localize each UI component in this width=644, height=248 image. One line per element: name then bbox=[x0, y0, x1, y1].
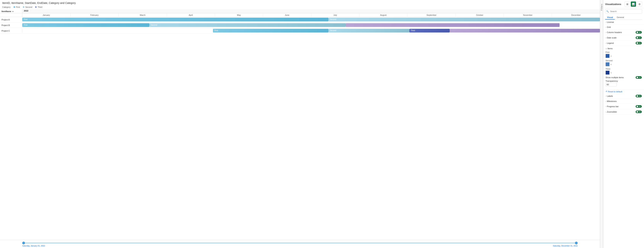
bar-purple-b[interactable] bbox=[346, 23, 560, 27]
legend-second-label: Second bbox=[25, 6, 32, 8]
toggle-zoomslider[interactable]: On bbox=[636, 111, 642, 113]
year-label: 2022 bbox=[22, 9, 600, 13]
slider-line bbox=[25, 243, 575, 243]
chevron-items-down: ∨ bbox=[606, 47, 607, 50]
toggle-labels[interactable]: On bbox=[636, 95, 642, 97]
timeline-slider: Saturday, January 01, 2022 Saturday, Dec… bbox=[0, 240, 600, 248]
row-label-project-a: Project A bbox=[0, 18, 22, 21]
toggle-multiple-dot bbox=[636, 77, 638, 78]
toggle-on-label: On bbox=[638, 31, 641, 33]
item-name-header[interactable]: ItemName ▲ bbox=[0, 9, 22, 13]
row-label-project-b: Project B bbox=[0, 23, 22, 27]
slider-end-date: Saturday, December 31, 2022 bbox=[553, 245, 578, 247]
slider-handle-left[interactable] bbox=[22, 242, 25, 244]
bar-second-a[interactable]: Second bbox=[328, 18, 600, 21]
section-license[interactable]: › License bbox=[603, 20, 644, 25]
toggle-labels-dot bbox=[636, 95, 638, 97]
table-icon-btn[interactable]: ⊞ bbox=[625, 1, 630, 7]
bar-purple-c[interactable] bbox=[450, 29, 600, 32]
month-january: January bbox=[22, 13, 70, 17]
bar-second-b[interactable]: Second bbox=[149, 23, 346, 27]
table-row: Project A First Second bbox=[0, 17, 600, 22]
reset-label: Reset to default bbox=[608, 90, 622, 93]
chart-title: ItemID, ItemName, StartDate, EndDate, Ca… bbox=[0, 0, 600, 5]
slider-track[interactable] bbox=[22, 242, 578, 245]
right-panel-wrapper: Filters Visualizations ⊞ 📊 ⚙ 🔍 Visual Ge… bbox=[600, 0, 644, 248]
section-progress-bar[interactable]: › Progress bar On bbox=[603, 104, 644, 109]
panel-title: Visualizations bbox=[605, 3, 621, 5]
toggle-show-multiple[interactable]: On bbox=[636, 76, 642, 79]
chevron-progress-bar: › bbox=[606, 105, 606, 108]
tab-general[interactable]: General bbox=[615, 15, 626, 19]
legend-text: Legend bbox=[607, 42, 614, 44]
search-input[interactable] bbox=[605, 9, 642, 13]
table-row: Project B First Second Third bbox=[0, 22, 600, 28]
section-legend[interactable]: › Legend On bbox=[603, 40, 644, 46]
second-color-swatch[interactable] bbox=[606, 62, 610, 66]
legend-first-label: First bbox=[16, 6, 20, 8]
show-multiple-row: Show multiple items On bbox=[606, 76, 642, 79]
chevron-grid: › bbox=[606, 26, 606, 28]
toggle-on-dot bbox=[636, 31, 638, 33]
month-october: October bbox=[456, 13, 504, 17]
toggle-column-headers[interactable]: On bbox=[636, 31, 642, 34]
bar-first-b[interactable]: First bbox=[22, 23, 149, 27]
first-color-swatch[interactable] bbox=[606, 54, 610, 58]
month-june: June bbox=[263, 13, 311, 17]
chevron-column-headers: › bbox=[606, 31, 606, 33]
search-box: 🔍 bbox=[605, 9, 642, 13]
second-item-label: Second bbox=[606, 59, 642, 62]
section-milestones[interactable]: › Milestones bbox=[603, 99, 644, 104]
items-expand-row[interactable]: ∨ Items bbox=[606, 47, 642, 50]
section-label-progress-bar: › Progress bar bbox=[606, 105, 618, 108]
transparency-input[interactable] bbox=[606, 83, 617, 86]
bar-label: First bbox=[24, 24, 27, 26]
third-color-swatch[interactable] bbox=[606, 71, 610, 75]
month-september: September bbox=[408, 13, 456, 17]
bar-label: First bbox=[24, 18, 27, 20]
section-grid[interactable]: › Grid bbox=[603, 25, 644, 30]
legend-dot-third bbox=[35, 6, 37, 8]
bars-area-project-b: First Second Third bbox=[22, 23, 600, 28]
section-zoomslider[interactable]: › Zoomslider On bbox=[603, 109, 644, 115]
section-column-headers[interactable]: › Column headers On bbox=[603, 30, 644, 35]
month-december: December bbox=[552, 13, 600, 17]
bar-first-c[interactable]: First bbox=[213, 29, 328, 32]
second-color-row: ∨ bbox=[606, 62, 642, 66]
section-label-grid: › Grid bbox=[606, 26, 611, 28]
panel-header: Visualizations ⊞ 📊 ⚙ bbox=[603, 0, 644, 8]
bar-first-a[interactable]: First bbox=[22, 18, 328, 21]
search-icon: 🔍 bbox=[606, 10, 609, 13]
section-date-scale[interactable]: › Date scale On bbox=[603, 35, 644, 40]
chart-icon-btn[interactable]: 📊 bbox=[631, 1, 636, 7]
third-item-label: Third bbox=[606, 68, 642, 70]
second-swatch-dropdown[interactable]: ∨ bbox=[610, 63, 612, 65]
reset-icon: ↺ bbox=[606, 90, 607, 93]
first-swatch-dropdown[interactable]: ∨ bbox=[610, 55, 612, 57]
tab-visual[interactable]: Visual bbox=[605, 15, 615, 19]
toggle-legend[interactable]: On bbox=[636, 42, 642, 44]
section-labels[interactable]: › Labels On bbox=[603, 93, 644, 99]
toggle-progress-bar[interactable]: On bbox=[636, 105, 642, 108]
section-label-column-headers: › Column headers bbox=[606, 31, 622, 33]
months-row: January February March April May June Ju… bbox=[0, 13, 600, 17]
toggle-legend-dot bbox=[636, 42, 638, 44]
third-swatch-dropdown[interactable]: ∨ bbox=[610, 72, 612, 74]
sort-icon[interactable]: ▲ bbox=[12, 10, 14, 12]
milestones-text: Milestones bbox=[607, 100, 617, 102]
slider-handle-right[interactable] bbox=[575, 242, 578, 244]
bar-second-c[interactable]: Second bbox=[328, 29, 409, 32]
filters-label: Filters bbox=[600, 4, 603, 10]
legend-third-label: Third bbox=[38, 6, 42, 8]
section-label-labels: › Labels bbox=[606, 95, 613, 97]
bar-third-c[interactable]: Third bbox=[409, 29, 450, 32]
main-chart-area: ItemID, ItemName, StartDate, EndDate, Ca… bbox=[0, 0, 600, 248]
settings-icon-btn[interactable]: ⚙ bbox=[637, 1, 642, 7]
item-name-header-label: ItemName bbox=[2, 10, 11, 12]
reset-row[interactable]: ↺ Reset to default bbox=[603, 89, 644, 93]
toggle-labels-label: On bbox=[638, 95, 641, 97]
filters-tab[interactable]: Filters bbox=[600, 0, 603, 248]
zoomslider-text: Zoomslider bbox=[607, 111, 617, 113]
bar-label: Third bbox=[411, 29, 415, 31]
toggle-date-scale[interactable]: On bbox=[636, 36, 642, 39]
